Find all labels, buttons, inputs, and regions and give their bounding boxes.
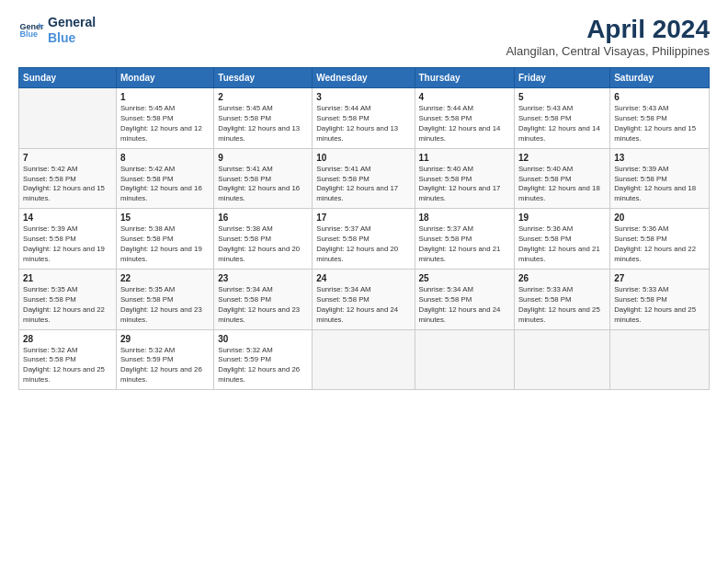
day-number: 17 [316,213,410,223]
day-cell: 1 Sunrise: 5:45 AMSunset: 5:58 PMDayligh… [116,88,213,149]
day-number: 18 [419,213,510,223]
day-info: Sunrise: 5:40 AMSunset: 5:58 PMDaylight:… [518,165,606,205]
day-number: 8 [120,153,210,163]
day-info: Sunrise: 5:41 AMSunset: 5:58 PMDaylight:… [218,165,308,205]
day-cell: 9 Sunrise: 5:41 AMSunset: 5:58 PMDayligh… [214,148,313,209]
day-cell: 2 Sunrise: 5:45 AMSunset: 5:58 PMDayligh… [214,88,313,149]
week-row-5: 28 Sunrise: 5:32 AMSunset: 5:58 PMDaylig… [19,329,710,390]
day-info: Sunrise: 5:35 AMSunset: 5:58 PMDaylight:… [120,285,210,326]
day-number: 23 [218,273,308,283]
day-number: 7 [23,153,112,163]
day-number: 5 [518,92,606,102]
header-sunday: Sunday [19,68,117,88]
header-tuesday: Tuesday [214,68,313,88]
day-cell: 10 Sunrise: 5:41 AMSunset: 5:58 PMDaylig… [313,148,415,209]
header-thursday: Thursday [415,68,514,88]
day-info: Sunrise: 5:36 AMSunset: 5:58 PMDaylight:… [518,224,606,265]
day-number: 1 [120,92,210,102]
calendar-title: April 2024 [506,15,710,44]
day-cell: 25 Sunrise: 5:34 AMSunset: 5:58 PMDaylig… [415,269,514,329]
day-info: Sunrise: 5:32 AMSunset: 5:59 PMDaylight:… [218,346,308,386]
day-number: 2 [218,92,308,102]
day-info: Sunrise: 5:43 AMSunset: 5:58 PMDaylight:… [614,104,705,144]
day-number: 13 [614,153,705,163]
day-cell: 21 Sunrise: 5:35 AMSunset: 5:58 PMDaylig… [19,269,117,329]
day-cell: 29 Sunrise: 5:32 AMSunset: 5:59 PMDaylig… [116,329,213,390]
day-cell: 30 Sunrise: 5:32 AMSunset: 5:59 PMDaylig… [214,329,313,390]
logo: General Blue General Blue [18,15,96,46]
day-info: Sunrise: 5:37 AMSunset: 5:58 PMDaylight:… [316,224,410,265]
day-cell: 4 Sunrise: 5:44 AMSunset: 5:58 PMDayligh… [415,88,514,149]
day-cell [313,329,415,390]
day-info: Sunrise: 5:44 AMSunset: 5:58 PMDaylight:… [419,104,510,144]
day-info: Sunrise: 5:45 AMSunset: 5:58 PMDaylight:… [120,104,210,144]
day-cell: 11 Sunrise: 5:40 AMSunset: 5:58 PMDaylig… [415,148,514,209]
day-number: 21 [23,273,112,283]
header-saturday: Saturday [610,68,710,88]
header-wednesday: Wednesday [313,68,415,88]
day-cell: 22 Sunrise: 5:35 AMSunset: 5:58 PMDaylig… [116,269,213,329]
day-number: 12 [518,153,606,163]
day-info: Sunrise: 5:40 AMSunset: 5:58 PMDaylight:… [419,165,510,205]
day-cell: 27 Sunrise: 5:33 AMSunset: 5:58 PMDaylig… [610,269,710,329]
calendar-table: SundayMondayTuesdayWednesdayThursdayFrid… [18,67,710,390]
day-number: 9 [218,153,308,163]
day-cell: 24 Sunrise: 5:34 AMSunset: 5:58 PMDaylig… [313,269,415,329]
svg-text:Blue: Blue [19,29,38,39]
day-info: Sunrise: 5:38 AMSunset: 5:58 PMDaylight:… [218,224,308,265]
week-row-4: 21 Sunrise: 5:35 AMSunset: 5:58 PMDaylig… [19,269,710,329]
day-number: 25 [419,273,510,283]
day-number: 6 [614,92,705,102]
day-cell: 13 Sunrise: 5:39 AMSunset: 5:58 PMDaylig… [610,148,710,209]
day-info: Sunrise: 5:45 AMSunset: 5:58 PMDaylight:… [218,104,308,144]
day-info: Sunrise: 5:32 AMSunset: 5:58 PMDaylight:… [23,346,112,386]
day-cell: 14 Sunrise: 5:39 AMSunset: 5:58 PMDaylig… [19,209,117,270]
day-cell: 7 Sunrise: 5:42 AMSunset: 5:58 PMDayligh… [19,148,117,209]
day-cell: 26 Sunrise: 5:33 AMSunset: 5:58 PMDaylig… [514,269,609,329]
day-info: Sunrise: 5:35 AMSunset: 5:58 PMDaylight:… [23,285,112,326]
day-info: Sunrise: 5:34 AMSunset: 5:58 PMDaylight:… [218,285,308,326]
day-info: Sunrise: 5:42 AMSunset: 5:58 PMDaylight:… [23,165,112,205]
day-cell: 28 Sunrise: 5:32 AMSunset: 5:58 PMDaylig… [19,329,117,390]
day-info: Sunrise: 5:32 AMSunset: 5:59 PMDaylight:… [120,346,210,386]
logo-line2: Blue [48,30,96,46]
day-cell: 17 Sunrise: 5:37 AMSunset: 5:58 PMDaylig… [313,209,415,270]
day-cell: 23 Sunrise: 5:34 AMSunset: 5:58 PMDaylig… [214,269,313,329]
day-cell: 15 Sunrise: 5:38 AMSunset: 5:58 PMDaylig… [116,209,213,270]
day-number: 26 [518,273,606,283]
day-info: Sunrise: 5:39 AMSunset: 5:58 PMDaylight:… [23,224,112,265]
day-number: 30 [218,334,308,344]
title-block: April 2024 Alangilan, Central Visayas, P… [506,15,710,58]
header-row: SundayMondayTuesdayWednesdayThursdayFrid… [19,68,710,88]
day-info: Sunrise: 5:34 AMSunset: 5:58 PMDaylight:… [316,285,410,326]
day-cell: 6 Sunrise: 5:43 AMSunset: 5:58 PMDayligh… [610,88,710,149]
day-info: Sunrise: 5:44 AMSunset: 5:58 PMDaylight:… [316,104,410,144]
day-cell [514,329,609,390]
day-number: 15 [120,213,210,223]
header-friday: Friday [514,68,609,88]
day-number: 11 [419,153,510,163]
page-header: General Blue General Blue April 2024 Ala… [18,15,710,58]
day-info: Sunrise: 5:38 AMSunset: 5:58 PMDaylight:… [120,224,210,265]
calendar-subtitle: Alangilan, Central Visayas, Philippines [506,44,710,58]
week-row-1: 1 Sunrise: 5:45 AMSunset: 5:58 PMDayligh… [19,88,710,149]
day-number: 29 [120,334,210,344]
day-number: 16 [218,213,308,223]
day-cell [19,88,117,149]
day-number: 19 [518,213,606,223]
day-info: Sunrise: 5:33 AMSunset: 5:58 PMDaylight:… [614,285,705,326]
day-number: 24 [316,273,410,283]
day-info: Sunrise: 5:39 AMSunset: 5:58 PMDaylight:… [614,165,705,205]
day-info: Sunrise: 5:37 AMSunset: 5:58 PMDaylight:… [419,224,510,265]
day-cell: 18 Sunrise: 5:37 AMSunset: 5:58 PMDaylig… [415,209,514,270]
day-number: 4 [419,92,510,102]
logo-icon: General Blue [18,17,44,43]
day-cell: 5 Sunrise: 5:43 AMSunset: 5:58 PMDayligh… [514,88,609,149]
day-cell: 20 Sunrise: 5:36 AMSunset: 5:58 PMDaylig… [610,209,710,270]
day-number: 20 [614,213,705,223]
day-info: Sunrise: 5:41 AMSunset: 5:58 PMDaylight:… [316,165,410,205]
header-monday: Monday [116,68,213,88]
day-info: Sunrise: 5:34 AMSunset: 5:58 PMDaylight:… [419,285,510,326]
week-row-3: 14 Sunrise: 5:39 AMSunset: 5:58 PMDaylig… [19,209,710,270]
logo-line1: General [48,15,96,30]
